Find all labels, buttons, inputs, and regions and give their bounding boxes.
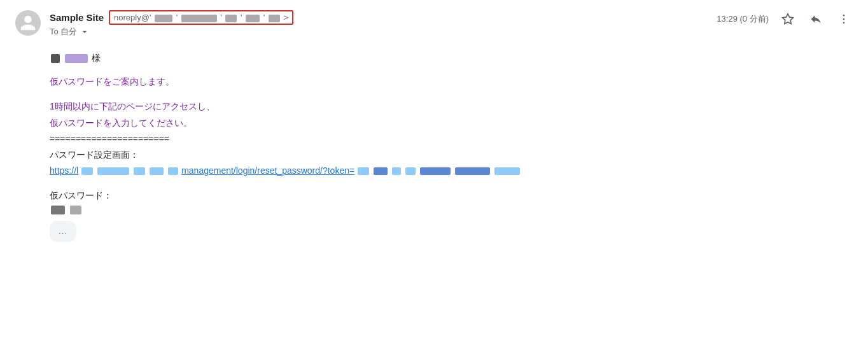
sender-email-box: noreply@' ' ' ' ' >	[109, 10, 293, 25]
url-redacted-9	[405, 167, 416, 175]
greeting-suffix: 様	[92, 50, 101, 66]
password-screen-label: パスワード設定画面：	[50, 147, 853, 163]
redacted-email-4	[246, 15, 260, 22]
star-icon	[781, 13, 794, 25]
more-button[interactable]: ...	[50, 221, 76, 242]
temp-password-label: 仮パスワード：	[50, 188, 853, 204]
redacted-email-2	[181, 15, 217, 22]
url-redacted-10	[420, 167, 451, 175]
email-sep3: '	[241, 13, 242, 22]
separator: =======================	[50, 131, 853, 147]
svg-point-2	[843, 22, 845, 24]
url-redacted-8	[392, 167, 401, 175]
more-label: ...	[59, 223, 68, 239]
password-redacted-1	[51, 206, 65, 214]
email-header: Sample Site noreply@' ' ' ' ' >	[15, 10, 853, 38]
more-vertical-icon	[837, 13, 850, 25]
to-dropdown[interactable]	[80, 27, 90, 37]
to-row: To 自分	[50, 26, 293, 38]
url-redacted-3	[134, 167, 145, 175]
instruction-block: 1時間以内に下記のページにアクセスし、 仮パスワードを入力してください。 ===…	[50, 99, 853, 163]
email-text: noreply@'	[114, 13, 151, 22]
intro-text: 仮パスワードをご案内します。	[50, 76, 174, 87]
url-redacted-1	[81, 167, 93, 175]
avatar	[15, 10, 41, 36]
url-redacted-11	[455, 167, 490, 175]
email-sep4: '	[263, 13, 265, 22]
email-close: >	[284, 13, 289, 22]
url-link-middle[interactable]: management/login/reset_password/?token=	[181, 163, 354, 179]
sender-name-row: Sample Site noreply@' ' ' ' ' >	[50, 10, 293, 25]
redacted-email-3	[225, 15, 237, 22]
email-header-right: 13:29 (0 分前)	[717, 10, 853, 28]
greeting-redacted-1	[51, 54, 60, 63]
greeting-line: 様	[50, 50, 853, 66]
url-redacted-2	[97, 167, 129, 175]
svg-point-1	[843, 18, 845, 20]
sender-info: Sample Site noreply@' ' ' ' ' >	[50, 10, 293, 38]
svg-point-0	[843, 15, 845, 17]
url-redacted-6	[358, 167, 369, 175]
star-button[interactable]	[779, 10, 797, 28]
greeting-redacted-2	[65, 54, 88, 63]
person-icon	[19, 14, 37, 32]
url-redacted-12	[494, 167, 520, 175]
password-row	[50, 206, 853, 214]
email-header-left: Sample Site noreply@' ' ' ' ' >	[15, 10, 293, 38]
chevron-down-icon	[80, 27, 90, 37]
email-view: Sample Site noreply@' ' ' ' ' >	[0, 0, 868, 252]
more-options-button[interactable]	[835, 10, 853, 28]
url-redacted-7	[374, 167, 388, 175]
reply-icon	[809, 13, 822, 25]
sender-name: Sample Site	[50, 12, 104, 23]
email-sep1: '	[176, 13, 178, 22]
email-sep2: '	[220, 13, 221, 22]
temp-password-block: 仮パスワード：	[50, 188, 853, 214]
url-line: https://l management/login/reset_passwor…	[50, 163, 853, 179]
redacted-email-5	[269, 15, 280, 22]
intro-line: 仮パスワードをご案内します。	[50, 74, 853, 90]
url-link-prefix[interactable]: https://l	[50, 163, 78, 179]
instruction-line2: 仮パスワードを入力してください。	[50, 115, 853, 131]
url-redacted-5	[168, 167, 178, 175]
redacted-email-1	[155, 15, 172, 22]
timestamp: 13:29 (0 分前)	[717, 13, 769, 25]
url-redacted-4	[150, 167, 164, 175]
reply-button[interactable]	[807, 10, 825, 28]
email-body: 様 仮パスワードをご案内します。 1時間以内に下記のページにアクセスし、 仮パス…	[50, 50, 853, 242]
to-label: To 自分	[50, 26, 77, 38]
instruction-line1: 1時間以内に下記のページにアクセスし、	[50, 99, 853, 115]
password-redacted-2	[70, 206, 81, 214]
